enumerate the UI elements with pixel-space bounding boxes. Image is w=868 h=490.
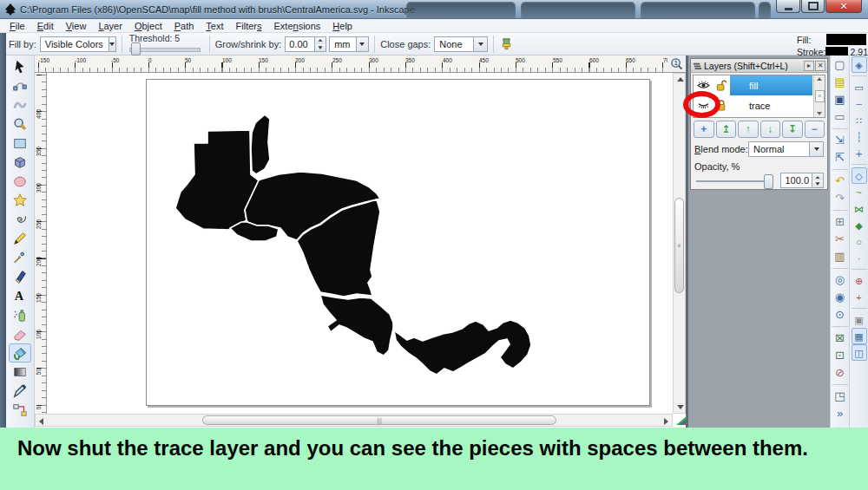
horizontal-ruler[interactable]: -150-100-5005010015020025030035040045050… [35,56,667,73]
snap-toggle-icon[interactable]: ◈ [852,56,867,73]
country-belize[interactable] [251,114,270,174]
opacity-spinbox[interactable]: 100.0 [780,173,824,188]
dropper-tool[interactable] [9,382,31,401]
background-window-tab[interactable] [759,2,771,18]
chevron-down-icon[interactable] [809,142,823,156]
chevron-down-icon[interactable] [108,37,115,51]
menu-item[interactable]: Text [200,21,229,31]
calligraphy-tool[interactable] [9,267,31,286]
eraser-tool[interactable] [9,324,31,343]
menu-item[interactable]: Path [168,21,201,31]
opacity-slider-handle[interactable] [764,174,773,189]
background-window-tab[interactable] [641,2,755,18]
tweak-tool[interactable] [9,95,31,114]
panel-close-button[interactable]: ✕ [815,61,825,71]
horizontal-scroll-thumb[interactable]: ||| [202,415,556,425]
box3d-tool[interactable] [9,153,31,172]
menu-item[interactable]: View [60,21,93,31]
scroll-up-icon[interactable] [677,77,684,82]
snap-cusp-nodes-icon[interactable]: ◆ [852,217,867,233]
spin-down-icon[interactable] [315,44,326,51]
connector-tool[interactable] [9,401,31,420]
snap-midpoints-icon[interactable]: · [852,250,867,266]
background-window-tab[interactable] [406,2,516,18]
grow-shrink-spinbox[interactable]: 0.00 [285,36,326,52]
snap-grid-icon[interactable]: ▦ [852,328,867,344]
scroll-grip[interactable]: ≡ [815,90,825,102]
chevron-down-icon[interactable] [356,37,369,51]
zoom-drawing-icon[interactable]: ◉ [832,289,848,306]
menu-item[interactable]: Filters [230,21,268,31]
layer-visibility-toggle[interactable] [694,81,713,90]
new-document-icon[interactable]: ▢ [832,56,848,74]
spin-up-icon[interactable] [315,37,326,44]
scroll-down-icon[interactable] [817,112,822,115]
menu-item[interactable]: Edit [31,21,60,31]
import-icon[interactable]: ⇲ [832,132,848,149]
unit-dropdown[interactable]: mm [329,36,369,52]
snap-intersections-icon[interactable]: ⋈ [852,200,867,217]
horizontal-scrollbar[interactable]: ||| [35,414,673,427]
snap-rotation-centers-icon[interactable]: + [852,289,867,305]
snap-bbox-midpoints-icon[interactable]: ┆ [852,128,867,145]
snap-guides-icon[interactable]: ◫ [852,344,867,361]
vertical-scroll-thumb[interactable]: ≡ [674,198,684,293]
snap-page-border-icon[interactable]: ▣ [852,311,867,328]
snap-bbox-icon[interactable]: ▭ [852,79,867,95]
unlink-clone-icon[interactable]: ⊘ [832,364,848,382]
snap-bbox-corners-icon[interactable]: ∷ [852,112,867,128]
maximize-button[interactable] [801,0,825,13]
scroll-up-icon[interactable] [817,77,822,81]
copy-icon[interactable]: ⊞ [832,213,848,231]
node-tool[interactable] [9,76,31,95]
scroll-down-icon[interactable] [677,405,684,409]
paste-icon[interactable]: ▥ [832,248,848,265]
fill-by-dropdown[interactable]: Visible Colors [40,36,116,52]
chevron-down-icon[interactable] [473,37,487,51]
redo-icon[interactable]: ↷ [832,190,848,207]
ruler-corner[interactable]: 1 [667,56,686,73]
opacity-slider[interactable] [696,180,773,182]
panel-menu-button[interactable]: ▸ [804,61,814,71]
spin-down-icon[interactable] [812,180,823,187]
blend-mode-dropdown[interactable]: Normal [748,141,824,157]
slider-handle[interactable] [131,42,141,56]
menu-item[interactable]: Layer [92,21,128,31]
gradient-tool[interactable] [9,363,31,382]
selector-tool[interactable] [9,57,31,76]
lower-layer-button[interactable]: ↓ [760,121,781,138]
threshold-slider[interactable]: Threshold: 5 [128,34,202,55]
bucket-fill-tool[interactable] [9,343,31,363]
menu-item[interactable]: Help [326,21,358,31]
raise-layer-button[interactable]: ↑ [738,121,759,138]
lower-layer-to-bottom-button[interactable]: ↧ [782,121,803,138]
ellipse-tool[interactable] [9,172,31,191]
country-costa-rica[interactable] [320,295,393,356]
scroll-left-icon[interactable] [39,418,43,425]
color-wedge-icon[interactable] [674,413,689,427]
fill-color-swatch[interactable] [826,34,866,45]
close-gaps-dropdown[interactable]: None [434,36,488,52]
cut-icon[interactable]: ✂ [832,231,848,248]
menu-item[interactable]: File [3,21,31,31]
delete-layer-button[interactable]: − [805,121,825,138]
zoom-selection-icon[interactable]: ◎ [832,271,848,289]
snap-paths-icon[interactable]: ~ [852,184,867,200]
vertical-ruler[interactable]: 400350300250200150100500 [35,73,47,414]
paintbucket-defaults-icon[interactable] [499,36,514,51]
open-folder-icon[interactable]: ▤ [832,74,848,91]
add-layer-button[interactable]: + [694,121,714,138]
spiral-tool[interactable] [9,210,31,229]
clone-icon[interactable]: ⊡ [832,347,848,364]
snap-bbox-centers-icon[interactable]: ∔ [852,145,867,161]
toolbar-overflow-icon[interactable]: » [832,405,848,422]
save-icon[interactable]: ▣ [832,91,848,108]
minimize-button[interactable] [776,0,800,13]
export-icon[interactable]: ⇱ [832,149,848,167]
spin-up-icon[interactable] [812,173,823,180]
spray-tool[interactable] [9,305,31,324]
zoom-page-icon[interactable]: ⊙ [832,306,848,323]
zoom-tool[interactable] [9,114,31,134]
rectangle-tool[interactable] [9,134,31,153]
layer-list-scrollbar[interactable]: ≡ [813,75,825,117]
